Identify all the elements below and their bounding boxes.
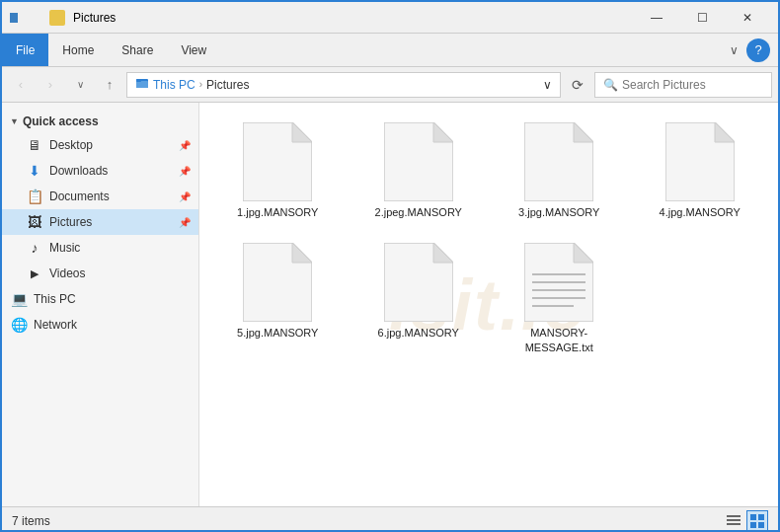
forward-button[interactable]: › xyxy=(38,72,63,98)
file-icon-5 xyxy=(243,243,312,322)
svg-marker-16 xyxy=(574,243,593,263)
menu-bar: File Home Share View ∨ ? xyxy=(2,34,778,67)
music-icon: ♪ xyxy=(26,239,43,257)
file-label-2: 2.jpeg.MANSORY xyxy=(375,205,462,219)
file-icon-6 xyxy=(384,243,453,322)
quick-access-header[interactable]: ▼ Quick access xyxy=(2,111,198,132)
svg-rect-2 xyxy=(136,79,141,82)
window-title: Pictures xyxy=(73,11,634,25)
sidebar-item-desktop[interactable]: 🖥 Desktop 📌 xyxy=(2,132,198,158)
svg-marker-12 xyxy=(292,243,312,263)
svg-marker-14 xyxy=(433,243,453,263)
up-button[interactable]: ↑ xyxy=(97,72,122,98)
file-label-4: 4.jpg.MANSORY xyxy=(660,205,741,219)
documents-label: Documents xyxy=(49,190,110,203)
file-icon-3 xyxy=(524,122,593,201)
breadcrumb-sep-1: › xyxy=(199,79,202,90)
menu-tab-home[interactable]: Home xyxy=(48,34,108,66)
svg-rect-25 xyxy=(750,514,756,520)
title-bar: Pictures — ☐ ✕ xyxy=(2,2,778,34)
file-item-6[interactable]: 6.jpg.MANSORY xyxy=(352,235,486,362)
window-controls: — ☐ ✕ xyxy=(634,2,770,34)
file-item-2[interactable]: 2.jpeg.MANSORY xyxy=(352,114,486,227)
file-item-7[interactable]: MANSORY-MESSAGE.txt xyxy=(493,235,626,362)
minimize-button[interactable]: — xyxy=(634,2,679,34)
large-icons-view-button[interactable] xyxy=(746,510,768,532)
file-item-1[interactable]: 1.jpg.MANSORY xyxy=(211,114,345,227)
network-icon: 🌐 xyxy=(10,316,28,334)
svg-rect-26 xyxy=(758,514,764,520)
sidebar-item-pictures[interactable]: 🖼 Pictures 📌 xyxy=(2,209,198,235)
refresh-button[interactable]: ⟳ xyxy=(565,72,590,98)
sidebar-item-documents[interactable]: 📋 Documents 📌 xyxy=(2,184,198,209)
title-bar-icons xyxy=(10,10,65,26)
svg-rect-22 xyxy=(727,515,741,517)
address-path[interactable]: This PC › Pictures ∨ xyxy=(126,72,561,98)
downloads-label: Downloads xyxy=(49,164,108,178)
breadcrumb-icon xyxy=(135,76,149,93)
videos-label: Videos xyxy=(49,266,85,280)
pictures-label: Pictures xyxy=(49,215,92,229)
videos-icon: ▶ xyxy=(26,265,43,282)
search-input[interactable] xyxy=(622,78,763,92)
documents-icon: 📋 xyxy=(26,188,43,205)
file-item-4[interactable]: 4.jpg.MANSORY xyxy=(634,114,767,227)
address-bar: ‹ › ∨ ↑ This PC › Pictures ∨ ⟳ 🔍 xyxy=(2,67,778,103)
desktop-icon: 🖥 xyxy=(26,136,43,154)
menu-bar-right: ∨ ? xyxy=(730,38,778,62)
menu-tab-share[interactable]: Share xyxy=(108,34,167,66)
help-button[interactable]: ? xyxy=(746,38,770,62)
network-label: Network xyxy=(34,318,77,332)
menu-tab-file[interactable]: File xyxy=(2,34,48,66)
file-label-3: 3.jpg.MANSORY xyxy=(518,205,599,219)
sidebar-item-this-pc[interactable]: 💻 This PC xyxy=(2,286,198,312)
music-label: Music xyxy=(49,241,80,255)
file-icon-2 xyxy=(384,122,453,201)
downloads-pin-icon: 📌 xyxy=(179,166,191,177)
file-icon-1 xyxy=(243,122,312,201)
file-item-5[interactable]: 5.jpg.MANSORY xyxy=(211,235,345,362)
file-label-6: 6.jpg.MANSORY xyxy=(378,326,459,340)
back-button[interactable]: ‹ xyxy=(8,72,34,98)
svg-rect-1 xyxy=(136,81,148,88)
breadcrumb-pictures[interactable]: Pictures xyxy=(206,78,249,92)
svg-rect-28 xyxy=(758,522,764,528)
svg-marker-6 xyxy=(433,122,453,142)
path-dropdown-icon[interactable]: ∨ xyxy=(543,78,552,92)
breadcrumb-this-pc[interactable]: This PC xyxy=(153,78,195,92)
quick-access-label: Quick access xyxy=(23,114,99,128)
main-content: ▼ Quick access 🖥 Desktop 📌 ⬇ Downloads 📌… xyxy=(2,103,778,506)
pictures-icon: 🖼 xyxy=(26,213,43,231)
documents-pin-icon: 📌 xyxy=(179,191,191,202)
view-options xyxy=(723,510,768,532)
ribbon-chevron-icon[interactable]: ∨ xyxy=(730,43,739,57)
recent-locations-button[interactable]: ∨ xyxy=(67,72,93,98)
maximize-button[interactable]: ☐ xyxy=(679,2,725,34)
downloads-icon: ⬇ xyxy=(26,162,43,180)
svg-marker-10 xyxy=(715,122,735,142)
file-label-5: 5.jpg.MANSORY xyxy=(237,326,318,340)
close-button[interactable]: ✕ xyxy=(725,2,770,34)
file-icon-4 xyxy=(665,122,735,201)
item-count: 7 items xyxy=(12,514,50,528)
svg-rect-27 xyxy=(750,522,756,528)
sidebar-item-music[interactable]: ♪ Music xyxy=(2,235,198,261)
search-box[interactable]: 🔍 xyxy=(594,72,772,98)
pictures-pin-icon: 📌 xyxy=(179,217,191,228)
this-pc-icon: 💻 xyxy=(10,290,28,308)
file-item-3[interactable]: 3.jpg.MANSORY xyxy=(493,114,626,227)
sidebar-item-videos[interactable]: ▶ Videos xyxy=(2,261,198,286)
file-label-7: MANSORY-MESSAGE.txt xyxy=(514,326,603,354)
file-icon-7 xyxy=(524,243,593,322)
desktop-label: Desktop xyxy=(49,138,93,152)
sidebar-item-downloads[interactable]: ⬇ Downloads 📌 xyxy=(2,158,198,184)
this-pc-label: This PC xyxy=(34,292,76,306)
svg-rect-23 xyxy=(727,519,741,521)
svg-marker-4 xyxy=(292,122,312,142)
svg-rect-24 xyxy=(727,523,741,525)
menu-tab-view[interactable]: View xyxy=(167,34,220,66)
status-bar: 7 items xyxy=(2,506,778,532)
details-view-button[interactable] xyxy=(723,510,744,532)
search-icon: 🔍 xyxy=(603,78,618,92)
sidebar-item-network[interactable]: 🌐 Network xyxy=(2,312,198,338)
